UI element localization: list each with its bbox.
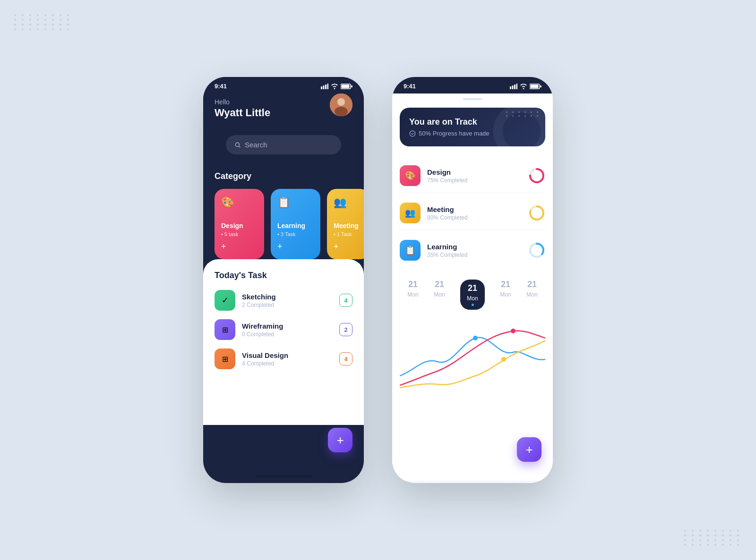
learning-progress-icon: 📋 [400,240,421,261]
category-card-learning[interactable]: 📋 Learning 3 Task + [271,189,320,259]
svg-point-26 [511,329,515,333]
search-placeholder: Search [245,141,267,149]
svg-point-8 [337,98,345,106]
meeting-progress-info: Meeting 80% Completed [427,205,522,221]
svg-point-10 [235,143,239,146]
wireframing-name: Wireframing [242,322,333,330]
cal-label-2: Mon [434,291,445,298]
category-title: Category [215,171,352,181]
cal-label-5: Mon [526,291,537,298]
cal-day-2[interactable]: 21 Mon [434,280,445,310]
cal-label-3: Mon [467,295,478,302]
cal-day-3-active[interactable]: 21 Mon [460,280,484,310]
wireframing-completed: 0 Completed [242,331,333,338]
design-progress-pct: 75% Completed [427,177,522,184]
battery-icon [341,84,352,89]
cal-label-1: Mon [407,291,418,298]
svg-rect-17 [540,85,541,87]
svg-rect-0 [321,86,322,89]
sketching-name: Sketching [242,293,333,301]
status-icons-1 [321,84,352,89]
learning-card-add[interactable]: + [277,242,314,252]
svg-rect-11 [510,86,511,89]
design-progress-info: Design 75% Completed [427,168,522,184]
track-subtitle: 50% Progress have made [409,130,536,137]
avatar [330,93,352,116]
cal-day-5[interactable]: 21 Mon [526,280,537,310]
meeting-card-count: 1 Task [334,231,363,237]
design-card-title: Design [221,222,258,229]
banner-dots [506,111,541,117]
meeting-card-icon: 👥 [334,196,363,209]
svg-point-27 [501,357,506,362]
cal-num-5: 21 [527,280,537,289]
category-card-design[interactable]: 🎨 Design 5 task + [215,189,264,259]
svg-rect-6 [351,85,352,87]
category-section: Category 🎨 Design 5 task + 📋 Learning 3 … [203,162,364,259]
cal-day-1[interactable]: 21 Mon [407,280,418,310]
svg-rect-16 [531,85,539,88]
check-circle-icon [409,130,416,137]
svg-rect-1 [323,85,325,89]
tasks-title: Today's Task [215,271,352,280]
svg-rect-3 [327,84,329,89]
sketching-completed: 2 Completed [242,302,333,308]
svg-point-9 [335,107,348,116]
visual-design-badge: 4 [339,352,352,365]
decoration-dots-top-left [14,14,72,30]
task-item-visual-design: ⊞ Visual Design 4 Completed 4 [215,348,352,369]
meeting-card-add[interactable]: + [334,242,363,252]
meeting-ring [528,204,545,221]
design-progress-name: Design [427,168,522,176]
svg-rect-5 [342,85,350,88]
svg-rect-12 [512,85,514,89]
learning-card-count: 3 Task [277,231,314,237]
learning-progress-pct: 35% Completed [427,252,522,258]
design-progress-icon: 🎨 [400,165,421,186]
calendar-row: 21 Mon 21 Mon 21 Mon 21 Mon 21 [392,272,553,310]
phones-container: 9:41 Hello Wyatt Little Search Category [203,77,553,483]
track-title: You are on Track [409,117,536,127]
phone2-fab-button[interactable]: + [517,437,541,462]
phone-1-header: Hello Wyatt Little [203,93,364,128]
visual-design-completed: 4 Completed [242,360,333,367]
learning-progress-name: Learning [427,243,522,251]
status-bar-2: 9:41 [392,77,553,93]
progress-item-learning: 📋 Learning 35% Completed [400,233,545,267]
svg-rect-2 [325,85,326,89]
category-card-meeting[interactable]: 👥 Meeting 1 Task + [327,189,364,259]
task-item-sketching: ✓ Sketching 2 Completed 4 [215,290,352,311]
design-card-count: 5 task [221,231,258,237]
track-banner: You are on Track 50% Progress have made [400,108,545,146]
chart-svg [400,314,545,390]
svg-point-25 [473,336,478,340]
cal-num-2: 21 [435,280,444,289]
learning-progress-info: Learning 35% Completed [427,243,522,258]
phone-2: 9:41 You are on Track 50% Progress have … [392,77,553,483]
wifi-icon-2 [520,84,527,89]
wifi-icon [331,84,338,89]
phone-2-body: You are on Track 50% Progress have made [392,93,553,481]
status-icons-2 [510,84,541,89]
meeting-progress-name: Meeting [427,205,522,213]
sketching-info: Sketching 2 Completed [242,293,333,308]
wireframing-icon: ⊞ [215,319,235,340]
cal-num-3: 21 [468,283,477,293]
cal-label-4: Mon [500,291,511,298]
learning-card-icon: 📋 [277,196,314,209]
cal-day-4[interactable]: 21 Mon [500,280,511,310]
progress-list: 🎨 Design 75% Completed 👥 [392,154,553,272]
signal-icon [321,84,328,89]
visual-design-name: Visual Design [242,351,333,359]
learning-card-title: Learning [277,222,314,229]
sketching-badge: 4 [339,294,352,307]
phone1-fab-button[interactable]: + [328,428,352,452]
design-card-icon: 🎨 [221,196,258,209]
design-card-add[interactable]: + [221,242,258,252]
task-item-wireframing: ⊞ Wireframing 0 Completed 2 [215,319,352,340]
time-1: 9:41 [215,83,227,90]
sketching-icon: ✓ [215,290,235,311]
svg-point-18 [410,131,415,136]
status-bar-1: 9:41 [203,77,364,93]
search-bar[interactable]: Search [226,135,341,154]
